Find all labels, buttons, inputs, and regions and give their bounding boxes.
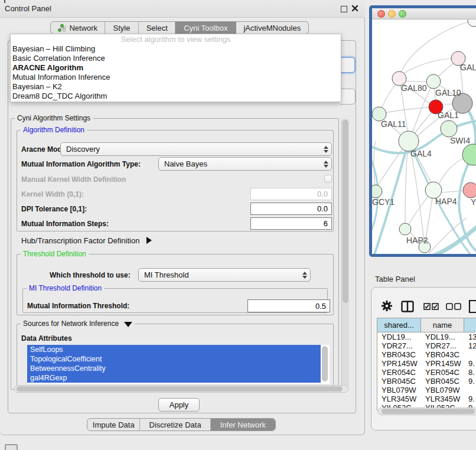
tab-style[interactable]: Style xyxy=(105,22,139,34)
tab-select[interactable]: Select xyxy=(139,22,175,34)
list-item[interactable]: TopologicalCoefficient xyxy=(27,354,321,364)
combobox-arrows-icon xyxy=(321,146,331,153)
tab-discretize-data[interactable]: Discretize Data xyxy=(140,419,210,431)
float-window-icon[interactable] xyxy=(341,6,347,12)
table-panel: shared... name YDL19... YDL19... 13 YDR2… xyxy=(371,287,476,431)
combobox-arrows-icon xyxy=(299,272,310,279)
network-view-window[interactable]: GAL80 GAL10 GAL1 GAL11 SWI4 GAL4 GCY1 HA… xyxy=(369,5,476,257)
gear-icon[interactable] xyxy=(382,301,392,311)
mi-threshold-label: Mutual Information Threshold: xyxy=(27,302,129,310)
dock-icon[interactable] xyxy=(5,444,18,450)
table-row[interactable]: YBR045C YBR045C 9. xyxy=(377,377,476,386)
scrollbar-thumb[interactable] xyxy=(322,346,328,381)
close-icon[interactable] xyxy=(351,5,358,12)
list-item[interactable]: gal4RGexp xyxy=(27,373,321,383)
node-label: GAL1 xyxy=(438,110,459,120)
column-view-icon[interactable] xyxy=(401,301,414,312)
collapse-arrow-icon xyxy=(124,322,132,327)
node-label: GAL10 xyxy=(435,88,461,97)
scrollbar-thumb[interactable] xyxy=(382,409,475,414)
settings-horizontal-scrollbar[interactable] xyxy=(14,385,348,393)
edge[interactable] xyxy=(403,81,430,82)
node-label: SWI4 xyxy=(450,136,470,145)
hidden-combobox-fragment xyxy=(340,57,356,73)
edge-artifact xyxy=(4,0,5,3)
table-row[interactable]: YDL19... YDL19... 13 xyxy=(377,332,476,341)
node-salmon[interactable] xyxy=(463,182,476,198)
hub-definition-toggle[interactable]: Hub/Transcription Factor Definition xyxy=(21,236,152,245)
edge[interactable] xyxy=(403,58,456,74)
tab-impute-data[interactable]: Impute Data xyxy=(87,419,140,431)
mi-algorithm-type-combobox[interactable]: Naive Bayes xyxy=(158,157,332,171)
node-hap4[interactable] xyxy=(425,182,442,198)
node-green[interactable] xyxy=(462,144,476,165)
table-row[interactable]: YBL079W YBL079W xyxy=(377,386,476,394)
tab-network[interactable]: Network xyxy=(51,22,105,34)
data-attributes-label: Data Attributes xyxy=(21,334,72,343)
node-label: GAL80 xyxy=(401,83,427,93)
table-row[interactable]: YBR043C YBR043C xyxy=(377,350,476,359)
aracne-mode-combobox[interactable]: Discovery xyxy=(60,142,332,156)
sources-group-title[interactable]: Sources for Network Inference xyxy=(21,319,135,328)
kernel-width-label: Kernel Width (0,1): xyxy=(21,190,84,198)
node-hap2[interactable] xyxy=(399,223,411,235)
table-row[interactable]: YPR145W YPR145W 9. xyxy=(377,359,476,368)
node-swi4[interactable] xyxy=(441,120,457,137)
edge[interactable] xyxy=(405,151,407,224)
hidden-combobox-fragment xyxy=(340,89,356,105)
node-gcy1[interactable] xyxy=(372,185,382,198)
tab-network-label: Network xyxy=(69,24,97,32)
settings-vertical-scrollbar[interactable] xyxy=(341,119,349,389)
dpi-tolerance-field[interactable] xyxy=(250,203,332,215)
table-header-row: shared... name xyxy=(377,318,476,332)
which-threshold-combobox[interactable]: MI Threshold xyxy=(138,268,311,282)
mi-threshold-field[interactable] xyxy=(247,299,330,312)
mi-steps-label: Mutual Information Steps: xyxy=(21,220,109,228)
algorithm-option[interactable]: Bayesian – Hill Climbing xyxy=(11,44,341,54)
list-vertical-scrollbar[interactable] xyxy=(322,346,328,383)
algorithm-option[interactable]: Mutual Information Inference xyxy=(11,73,341,82)
edge[interactable] xyxy=(433,224,476,255)
network-icon xyxy=(57,24,66,32)
new-table-icon[interactable] xyxy=(468,299,476,314)
algorithm-option-selected[interactable]: ARACNE Algorithm xyxy=(11,63,341,73)
mi-steps-field[interactable] xyxy=(250,217,332,230)
scrollbar-thumb[interactable] xyxy=(17,386,343,392)
node-label-clipped: GAL xyxy=(460,63,476,72)
edge[interactable] xyxy=(425,198,432,242)
apply-button[interactable]: Apply xyxy=(158,398,200,412)
manual-kernel-label: Manual Kernel Width Definition xyxy=(21,175,126,184)
deselect-checkboxes-icon[interactable] xyxy=(446,303,461,310)
edge[interactable] xyxy=(411,151,424,242)
algorithm-option[interactable]: Dream8 DC_TDC Algorithm xyxy=(11,92,341,101)
table-row[interactable]: YER054C YER054C 8. xyxy=(377,368,476,377)
table-horizontal-scrollbar[interactable] xyxy=(377,407,476,415)
algorithm-option[interactable]: Basic Correlation Inference xyxy=(11,54,341,63)
zoom-traffic-light-icon[interactable] xyxy=(399,10,406,18)
tab-jactivemnodules[interactable]: jActiveMNodules xyxy=(236,22,308,34)
column-header-name[interactable]: name xyxy=(421,318,464,332)
edge[interactable] xyxy=(382,82,397,108)
expand-arrow-icon xyxy=(146,237,152,244)
table-row[interactable]: YDR27... YDR27... 12 xyxy=(377,341,476,350)
list-item[interactable]: BetweennessCentrality xyxy=(27,364,321,373)
column-header-clipped[interactable] xyxy=(464,318,476,332)
minimize-traffic-light-icon[interactable] xyxy=(388,10,396,18)
network-canvas[interactable]: GAL80 GAL10 GAL1 GAL11 SWI4 GAL4 GCY1 HA… xyxy=(372,19,476,255)
close-traffic-light-icon[interactable] xyxy=(377,10,385,18)
column-header-shared-name[interactable]: shared... xyxy=(377,318,421,332)
node-gal10[interactable] xyxy=(426,74,441,89)
list-item[interactable]: SelfLoops xyxy=(27,345,321,354)
scrollbar-thumb[interactable] xyxy=(343,120,348,303)
tab-infer-network[interactable]: Infer Network xyxy=(211,419,275,431)
table-row[interactable]: YLR345W YLR345W 9. xyxy=(377,394,476,403)
edge[interactable] xyxy=(385,107,430,113)
node-gal4[interactable] xyxy=(399,131,419,151)
select-all-checkboxes-icon[interactable] xyxy=(423,303,439,310)
data-attributes-list: SelfLoops TopologicalCoefficient Between… xyxy=(27,345,330,384)
tab-cyni-toolbox[interactable]: Cyni Toolbox xyxy=(175,22,236,34)
manual-kernel-checkbox xyxy=(324,175,332,182)
node[interactable] xyxy=(468,19,476,27)
dpi-tolerance-label: DPI Tolerance [0,1]: xyxy=(21,205,87,213)
algorithm-option[interactable]: Bayesian – K2 xyxy=(11,82,341,92)
